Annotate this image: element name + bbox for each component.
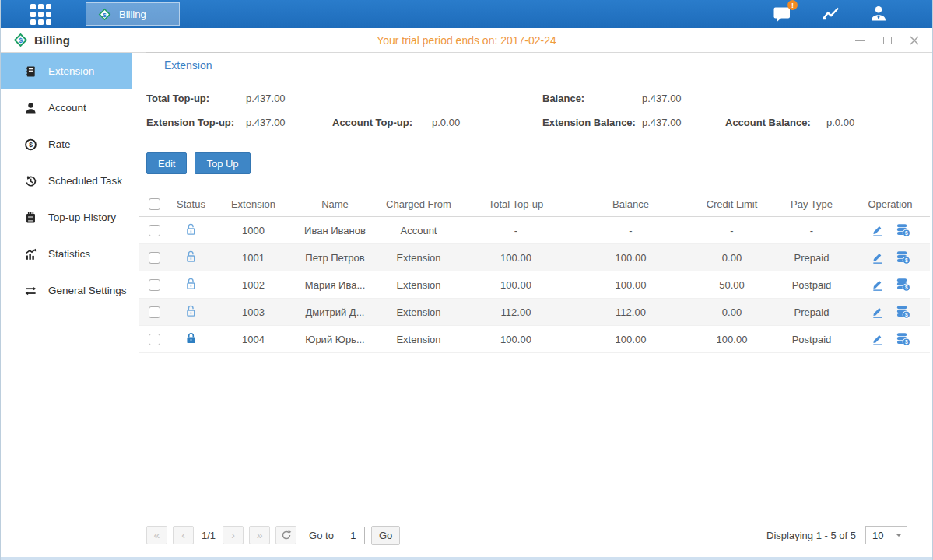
statistics-chart-icon[interactable] — [820, 4, 840, 24]
goto-page-input[interactable] — [342, 527, 365, 544]
sidebar-item-statistics[interactable]: Statistics — [1, 236, 132, 272]
account-person-icon — [23, 101, 38, 115]
table-row[interactable]: 1003 Дмитрий Д... Extension 112.00 112.0… — [139, 299, 930, 326]
col-credit-limit[interactable]: Credit Limit — [691, 191, 773, 217]
col-balance[interactable]: Balance — [570, 191, 691, 217]
col-total-topup[interactable]: Total Top-up — [461, 191, 570, 217]
extension-balance-value: p.437.00 — [642, 117, 682, 128]
page-size-select[interactable]: 10 — [865, 526, 907, 544]
account-topup-value: p.0.00 — [432, 117, 460, 128]
charged-from-cell: Extension — [376, 299, 461, 326]
prev-page-button[interactable]: ‹ — [173, 526, 194, 544]
row-checkbox[interactable] — [149, 306, 160, 318]
sidebar-item-label: Top-up History — [48, 212, 116, 223]
edit-pencil-icon[interactable] — [871, 223, 884, 237]
top-up-button[interactable]: Top Up — [195, 152, 250, 174]
pagination-bar: « ‹ 1/1 › » Go to Go Displaying 1 - 5 of… — [132, 521, 932, 557]
minimize-icon[interactable] — [854, 35, 865, 46]
balance-cell: 100.00 — [570, 326, 691, 353]
name-cell: Юрий Юрь... — [294, 326, 376, 353]
account-balance-label: Account Balance: — [725, 117, 826, 128]
table-header-row: Status Extension Name Charged From Total… — [139, 191, 930, 217]
col-extension[interactable]: Extension — [212, 191, 294, 217]
app-window: $ Billing ! — [0, 0, 933, 560]
sidebar-item-general-settings[interactable]: General Settings — [1, 272, 132, 309]
sidebar-item-scheduled-task[interactable]: Scheduled Task — [1, 163, 132, 199]
topup-coins-icon[interactable]: $ — [896, 250, 910, 264]
sidebar: Extension Account $ Rate — [1, 53, 132, 557]
svg-text:$: $ — [905, 339, 908, 345]
sidebar-item-topup-history[interactable]: Top-up History — [1, 199, 132, 236]
name-cell: Иван Иванов — [294, 217, 376, 244]
lock-closed-icon — [185, 332, 197, 345]
table-row[interactable]: 1000 Иван Иванов Account - - - - $ — [139, 217, 930, 244]
topup-coins-icon[interactable]: $ — [896, 305, 910, 319]
sidebar-item-label: General Settings — [48, 285, 127, 296]
apps-grid-icon[interactable] — [30, 4, 51, 25]
window-bottom-edge — [1, 557, 932, 560]
topup-coins-icon[interactable]: $ — [896, 278, 910, 292]
edit-button[interactable]: Edit — [146, 152, 187, 174]
displaying-text: Displaying 1 - 5 of 5 — [766, 530, 856, 541]
app-tab-billing[interactable]: $ Billing — [86, 2, 180, 26]
status-cell[interactable] — [170, 217, 212, 244]
total-topup-cell: 100.00 — [461, 244, 570, 271]
extension-balance-label: Extension Balance: — [542, 117, 642, 128]
maximize-icon[interactable] — [882, 35, 893, 46]
sidebar-item-label: Rate — [48, 138, 71, 150]
refresh-button[interactable] — [275, 526, 296, 544]
account-topup-label: Account Top-up: — [332, 117, 432, 128]
pay-type-cell: - — [773, 217, 851, 244]
user-icon[interactable] — [868, 4, 889, 24]
col-name[interactable]: Name — [294, 191, 376, 217]
edit-pencil-icon[interactable] — [871, 332, 884, 346]
table-row[interactable]: 1002 Мария Ива... Extension 100.00 100.0… — [139, 271, 930, 299]
col-operation[interactable]: Operation — [851, 191, 930, 217]
col-pay-type[interactable]: Pay Type — [773, 191, 851, 217]
tab-extension[interactable]: Extension — [146, 52, 230, 79]
sidebar-item-account[interactable]: Account — [1, 89, 132, 126]
app-tab-label: Billing — [119, 9, 146, 20]
edit-pencil-icon[interactable] — [871, 305, 884, 319]
status-cell[interactable] — [170, 326, 212, 353]
topup-coins-icon[interactable]: $ — [896, 223, 910, 237]
edit-pencil-icon[interactable] — [871, 278, 884, 292]
balance-value: p.437.00 — [642, 93, 682, 104]
status-cell[interactable] — [170, 271, 212, 299]
svg-text:$: $ — [19, 37, 23, 44]
table-row[interactable]: 1004 Юрий Юрь... Extension 100.00 100.00… — [139, 326, 930, 353]
action-buttons: Edit Top Up — [146, 152, 932, 174]
main-content: Extension Total Top-up: p.437.00 Balance… — [132, 53, 932, 557]
balance-cell: 100.00 — [570, 271, 691, 299]
row-checkbox[interactable] — [149, 252, 160, 264]
sidebar-item-rate[interactable]: $ Rate — [1, 126, 132, 163]
go-button[interactable]: Go — [371, 526, 400, 545]
table-row[interactable]: 1001 Петр Петров Extension 100.00 100.00… — [139, 244, 930, 271]
svg-text:$: $ — [905, 285, 908, 291]
dropdown-caret-icon — [896, 534, 902, 540]
refresh-icon — [281, 530, 292, 541]
scheduled-task-history-icon — [23, 174, 38, 188]
row-checkbox[interactable] — [149, 225, 160, 236]
close-icon[interactable] — [909, 35, 920, 46]
col-charged-from[interactable]: Charged From — [376, 191, 461, 217]
billing-diamond-icon: $ — [13, 33, 28, 47]
last-page-button[interactable]: » — [249, 526, 270, 544]
edit-pencil-icon[interactable] — [871, 250, 884, 264]
topup-history-notebook-icon — [23, 211, 38, 225]
select-all-checkbox[interactable] — [149, 198, 160, 210]
rate-dollar-icon: $ — [23, 138, 38, 152]
status-cell[interactable] — [170, 244, 212, 271]
row-checkbox[interactable] — [149, 279, 160, 291]
topup-coins-icon[interactable]: $ — [896, 332, 910, 346]
col-status[interactable]: Status — [170, 191, 212, 217]
lock-open-icon — [185, 223, 197, 236]
name-cell: Петр Петров — [294, 244, 376, 271]
status-cell[interactable] — [170, 299, 212, 326]
messages-icon[interactable]: ! — [772, 4, 792, 24]
next-page-button[interactable]: › — [223, 526, 244, 544]
first-page-button[interactable]: « — [146, 526, 167, 544]
row-checkbox[interactable] — [149, 334, 160, 345]
total-topup-cell: 100.00 — [461, 326, 570, 353]
sidebar-item-extension[interactable]: Extension — [1, 53, 132, 89]
